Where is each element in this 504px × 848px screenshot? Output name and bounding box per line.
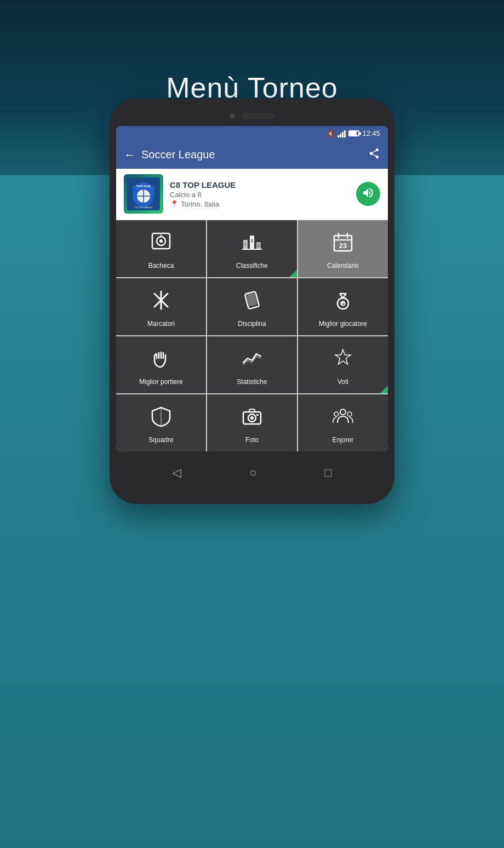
disciplina-label: Disciplina <box>238 320 266 328</box>
menu-item-disciplina[interactable]: Disciplina <box>207 278 297 335</box>
menu-item-marcatori[interactable]: Marcatori <box>116 278 206 335</box>
classifiche-icon: 1 2 3 <box>241 231 263 256</box>
status-bar: 🔇 12:45 <box>116 126 388 141</box>
menu-item-calendario[interactable]: 23 Calendario <box>298 220 388 277</box>
statistiche-label: Statistiche <box>237 378 267 386</box>
classifiche-label: Classifiche <box>236 262 268 270</box>
calendario-icon: 23 <box>332 231 354 256</box>
mute-icon: 🔇 <box>327 130 335 137</box>
miglior-portiere-icon <box>150 347 172 373</box>
menu-item-enjorer[interactable]: Enjorer <box>298 394 388 451</box>
status-time: 12:45 <box>362 129 380 137</box>
disciplina-icon <box>241 289 263 314</box>
svg-rect-14 <box>242 249 262 250</box>
svg-text:C8 TOP LEAGUE: C8 TOP LEAGUE <box>135 206 152 209</box>
back-button[interactable]: ← <box>124 148 136 162</box>
menu-item-voti[interactable]: Voti <box>298 336 388 393</box>
svg-text:TOP FIVE: TOP FIVE <box>136 185 151 188</box>
app-header: ← Soccer League <box>116 141 388 169</box>
classifiche-badge <box>289 270 297 277</box>
svg-point-38 <box>334 412 339 416</box>
bottom-section: 🔇 12:45 <box>0 175 504 848</box>
battery-icon <box>348 130 359 136</box>
svg-text:3: 3 <box>257 244 260 248</box>
bacheca-icon <box>150 231 172 256</box>
app-bar-title: Soccer League <box>141 148 363 161</box>
marcatori-label: Marcatori <box>147 320 175 328</box>
enjorer-icon <box>332 405 354 431</box>
status-icons: 🔇 12:45 <box>327 129 380 137</box>
league-info-card: TOP FIVE C8 TOP LEAGUE C8 TOP LEAGUE Cal… <box>116 169 388 219</box>
league-location: 📍 Torino, Italia <box>170 200 350 208</box>
location-icon: 📍 <box>170 200 179 208</box>
league-type: Calcio a 8 <box>170 191 350 199</box>
menu-item-miglior-portiere[interactable]: Miglior portiere <box>116 336 206 393</box>
menu-item-statistiche[interactable]: Statistiche <box>207 336 297 393</box>
league-logo: TOP FIVE C8 TOP LEAGUE <box>124 174 163 214</box>
miglior-giocatore-icon: ★ <box>332 289 354 314</box>
svg-text:23: 23 <box>339 242 347 250</box>
menu-item-bacheca[interactable]: Bacheca <box>116 220 206 277</box>
nav-home-button[interactable]: ○ <box>249 466 256 480</box>
menu-item-foto[interactable]: Foto <box>207 394 297 451</box>
svg-point-6 <box>159 239 163 243</box>
squadre-label: Squadre <box>148 436 173 444</box>
squadre-icon <box>150 405 172 431</box>
nav-back-button[interactable]: ◁ <box>172 466 181 480</box>
svg-text:1: 1 <box>251 238 254 243</box>
phone-screen: 🔇 12:45 <box>116 126 388 451</box>
enjorer-label: Enjorer <box>333 436 354 444</box>
svg-text:2: 2 <box>244 242 247 246</box>
foto-label: Foto <box>245 436 259 444</box>
phone-speaker <box>242 113 274 119</box>
svg-point-39 <box>347 412 352 416</box>
voti-badge <box>380 386 388 393</box>
marcatori-icon <box>150 289 172 314</box>
menu-item-miglior-giocatore[interactable]: ★ Miglior giocatore <box>298 278 388 335</box>
menu-item-classifiche[interactable]: 1 2 3 Classifiche <box>207 220 297 277</box>
audio-icon <box>362 186 375 202</box>
share-button[interactable] <box>368 147 380 162</box>
calendario-label: Calendario <box>327 262 359 270</box>
statistiche-icon <box>241 347 263 373</box>
audio-button[interactable] <box>356 182 380 206</box>
menu-grid: Bacheca 1 2 3 <box>116 220 388 451</box>
svg-point-37 <box>340 409 346 415</box>
league-name: C8 TOP LEAGUE <box>170 180 350 190</box>
voti-label: Voti <box>337 378 348 386</box>
league-details: C8 TOP LEAGUE Calcio a 8 📍 Torino, Itali… <box>170 180 350 208</box>
miglior-portiere-label: Miglior portiere <box>139 378 182 386</box>
phone-camera <box>230 113 235 119</box>
phone-frame: 🔇 12:45 <box>110 99 394 504</box>
phone-nav-bar: ◁ ○ □ <box>116 458 388 488</box>
voti-icon <box>332 347 354 373</box>
svg-point-35 <box>250 416 254 420</box>
phone-top-bar <box>116 110 388 126</box>
svg-rect-36 <box>256 414 259 416</box>
menu-item-squadre[interactable]: Squadre <box>116 394 206 451</box>
foto-icon <box>241 405 263 431</box>
nav-recents-button[interactable]: □ <box>325 466 332 480</box>
signal-icon <box>337 130 346 137</box>
bacheca-label: Bacheca <box>148 262 174 270</box>
miglior-giocatore-label: Miglior giocatore <box>319 320 367 328</box>
